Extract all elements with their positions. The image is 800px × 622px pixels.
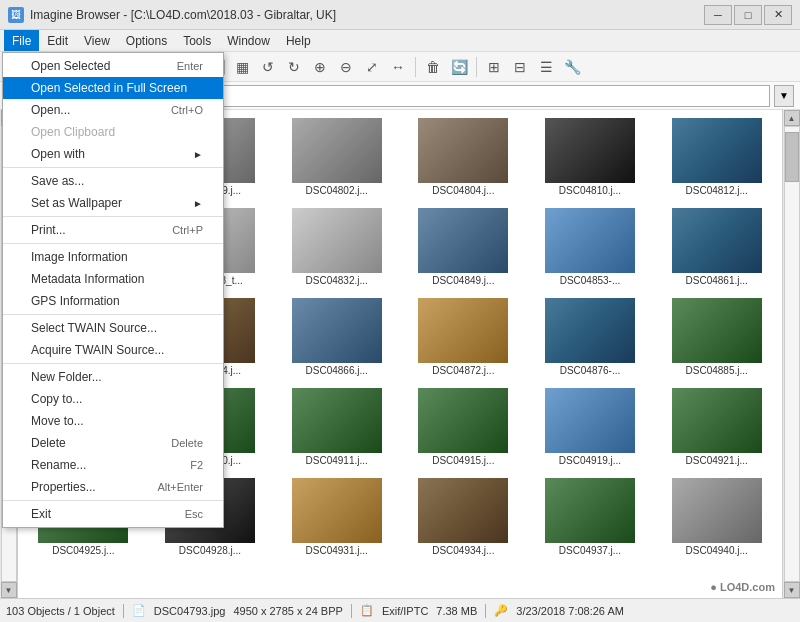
thumbnail-item[interactable]: DSC04849.j... <box>402 204 525 290</box>
tb-btn-17[interactable]: 🔄 <box>447 55 471 79</box>
address-dropdown-btn[interactable]: ▼ <box>774 85 794 107</box>
tb-btn-15[interactable]: ↔ <box>386 55 410 79</box>
menu-view[interactable]: View <box>76 30 118 51</box>
thumbnail-item[interactable]: DSC04937.j... <box>529 474 652 560</box>
menu-tools[interactable]: Tools <box>175 30 219 51</box>
menu-item-select-twain[interactable]: Select TWAIN Source... <box>3 317 223 339</box>
scroll-track-right[interactable] <box>784 126 800 582</box>
scroll-down-arrow-left[interactable]: ▼ <box>1 582 17 598</box>
tb-btn-10[interactable]: ↺ <box>256 55 280 79</box>
menu-item-label: Properties... <box>31 480 96 494</box>
menu-item-open-selected[interactable]: Open SelectedEnter <box>3 55 223 77</box>
menu-item-acquire-twain[interactable]: Acquire TWAIN Source... <box>3 339 223 361</box>
thumbnail-label: DSC04915.j... <box>418 455 508 466</box>
thumbnail-image <box>292 478 382 543</box>
thumbnail-item[interactable]: DSC04832.j... <box>275 204 398 290</box>
thumbnail-item[interactable]: DSC04853-... <box>529 204 652 290</box>
thumbnail-item[interactable]: DSC04872.j... <box>402 294 525 380</box>
thumbnail-item[interactable]: DSC04804.j... <box>402 114 525 200</box>
tb-btn-18[interactable]: ⊞ <box>482 55 506 79</box>
menu-item-icon <box>9 248 27 266</box>
tb-btn-20[interactable]: ☰ <box>534 55 558 79</box>
menu-item-new-folder[interactable]: New Folder... <box>3 366 223 388</box>
thumbnail-item[interactable]: DSC04876-... <box>529 294 652 380</box>
thumbnail-label: DSC04911.j... <box>292 455 382 466</box>
thumbnail-image <box>418 478 508 543</box>
tb-btn-11[interactable]: ↻ <box>282 55 306 79</box>
thumbnail-item[interactable]: DSC04915.j... <box>402 384 525 470</box>
menu-item-icon <box>9 390 27 408</box>
tb-btn-16[interactable]: 🗑 <box>421 55 445 79</box>
menu-item-image-info[interactable]: Image Information <box>3 246 223 268</box>
tb-btn-12[interactable]: ⊕ <box>308 55 332 79</box>
thumbnail-image <box>418 388 508 453</box>
menu-item-icon <box>9 57 27 75</box>
tb-btn-14[interactable]: ⤢ <box>360 55 384 79</box>
menu-help[interactable]: Help <box>278 30 319 51</box>
menu-item-metadata-info[interactable]: Metadata Information <box>3 268 223 290</box>
menu-item-icon <box>9 172 27 190</box>
menu-window[interactable]: Window <box>219 30 278 51</box>
menu-item-move-to[interactable]: Move to... <box>3 410 223 432</box>
thumbnail-item[interactable]: DSC04885.j... <box>655 294 778 380</box>
thumbnail-item[interactable]: DSC04934.j... <box>402 474 525 560</box>
menu-item-properties[interactable]: Properties...Alt+Enter <box>3 476 223 498</box>
thumbnail-item[interactable]: DSC04931.j... <box>275 474 398 560</box>
menu-item-wallpaper[interactable]: Set as Wallpaper► <box>3 192 223 214</box>
menu-item-open-full-screen[interactable]: Open Selected in Full Screen <box>3 77 223 99</box>
thumbnail-item[interactable]: DSC04810.j... <box>529 114 652 200</box>
menu-item-rename[interactable]: Rename...F2 <box>3 454 223 476</box>
thumbnail-image <box>418 208 508 273</box>
menu-item-print[interactable]: Print...Ctrl+P <box>3 219 223 241</box>
thumbnail-label: DSC04876-... <box>545 365 635 376</box>
maximize-button[interactable]: □ <box>734 5 762 25</box>
thumbnail-label: DSC04832.j... <box>292 275 382 286</box>
thumbnail-item[interactable]: DSC04812.j... <box>655 114 778 200</box>
thumbnail-label: DSC04885.j... <box>672 365 762 376</box>
thumbnail-item[interactable]: DSC04921.j... <box>655 384 778 470</box>
menu-edit[interactable]: Edit <box>39 30 76 51</box>
status-sep-2 <box>351 604 352 618</box>
menu-item-icon <box>9 478 27 496</box>
submenu-arrow-icon: ► <box>193 149 203 160</box>
menu-item-icon <box>9 341 27 359</box>
app-icon: 🖼 <box>8 7 24 23</box>
menu-item-icon <box>9 101 27 119</box>
status-date: 3/23/2018 7:08:26 AM <box>516 605 624 617</box>
menu-file[interactable]: File <box>4 30 39 51</box>
menu-item-shortcut: Alt+Enter <box>157 481 203 493</box>
tb-btn-13[interactable]: ⊖ <box>334 55 358 79</box>
menu-options[interactable]: Options <box>118 30 175 51</box>
close-button[interactable]: ✕ <box>764 5 792 25</box>
menu-item-label: Acquire TWAIN Source... <box>31 343 164 357</box>
menu-item-save-as[interactable]: Save as... <box>3 170 223 192</box>
thumbnail-item[interactable]: DSC04866.j... <box>275 294 398 380</box>
scroll-down-right[interactable]: ▼ <box>784 582 800 598</box>
thumbnail-item[interactable]: DSC04861.j... <box>655 204 778 290</box>
minimize-button[interactable]: ─ <box>704 5 732 25</box>
status-filesize: 7.38 MB <box>436 605 477 617</box>
menu-item-delete[interactable]: DeleteDelete <box>3 432 223 454</box>
thumbnail-item[interactable]: DSC04802.j... <box>275 114 398 200</box>
menu-item-gps-info[interactable]: GPS Information <box>3 290 223 312</box>
menu-item-copy-to[interactable]: Copy to... <box>3 388 223 410</box>
menu-bar: File Edit View Options Tools Window Help <box>0 30 800 52</box>
scroll-thumb-right[interactable] <box>785 132 799 182</box>
menu-item-label: Rename... <box>31 458 86 472</box>
menu-item-icon <box>9 194 27 212</box>
menu-item-open-with[interactable]: Open with► <box>3 143 223 165</box>
thumbnail-item[interactable]: DSC04940.j... <box>655 474 778 560</box>
menu-item-label: New Folder... <box>31 370 102 384</box>
tb-btn-9[interactable]: ▦ <box>230 55 254 79</box>
thumbnail-item[interactable]: DSC04919.j... <box>529 384 652 470</box>
menu-item-exit[interactable]: ExitEsc <box>3 503 223 525</box>
thumbnail-item[interactable]: DSC04911.j... <box>275 384 398 470</box>
menu-item-icon <box>9 456 27 474</box>
menu-item-icon <box>9 434 27 452</box>
scroll-up-right[interactable]: ▲ <box>784 110 800 126</box>
thumbnail-image <box>292 208 382 273</box>
menu-item-open[interactable]: Open...Ctrl+O <box>3 99 223 121</box>
menu-item-icon <box>9 292 27 310</box>
tb-btn-19[interactable]: ⊟ <box>508 55 532 79</box>
tb-btn-21[interactable]: 🔧 <box>560 55 584 79</box>
